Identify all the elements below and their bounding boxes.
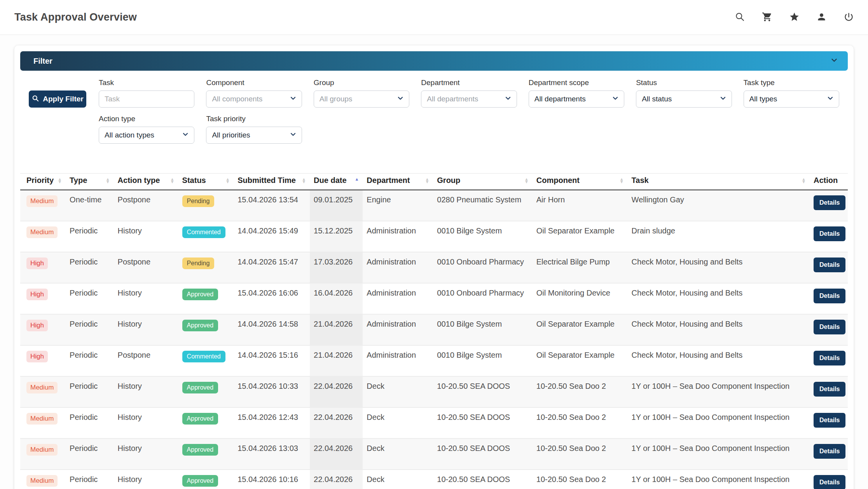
details-button[interactable]: Details [814, 226, 845, 241]
column-header-component[interactable]: Component ▲▼ [533, 174, 628, 190]
column-header-due-date[interactable]: Due date ▲▼ [310, 174, 363, 190]
group-cell: 10-20.50 SEA DOOS [433, 470, 532, 489]
filter-panel-header[interactable]: Filter [20, 51, 848, 71]
action-type-filter-label: Action type [99, 115, 194, 123]
priority-badge: High [26, 351, 48, 362]
column-header-group[interactable]: Group ▲▼ [433, 174, 532, 190]
chevron-down-icon [719, 94, 727, 104]
task-cell: 1Y or 100H – Sea Doo Component Inspectio… [628, 470, 810, 489]
department-cell: Deck [363, 376, 433, 407]
component-filter-label: Component [206, 78, 302, 87]
component-cell: 10-20.50 Sea Doo 2 [533, 439, 628, 470]
component-cell: Oil Separator Example [533, 314, 628, 345]
due-date-cell: 15.12.2025 [310, 221, 363, 252]
search-button[interactable] [732, 10, 747, 25]
component-cell: Air Horn [533, 190, 628, 221]
cart-button[interactable] [759, 10, 775, 25]
details-button[interactable]: Details [814, 444, 845, 459]
group-cell: 0010 Bilge System [433, 345, 532, 376]
component-filter-field: Component All components [206, 78, 302, 108]
table-row: Medium Periodic History Commented 14.04.… [20, 221, 848, 252]
group-select[interactable]: All groups [314, 90, 409, 108]
submitted-time-cell: 15.04.2026 12:43 [234, 407, 310, 439]
submitted-time-cell: 15.04.2026 13:54 [234, 190, 310, 221]
sort-icon: ▲▼ [225, 178, 230, 183]
details-button[interactable]: Details [814, 195, 845, 210]
priority-badge: Medium [26, 226, 58, 238]
column-header-priority[interactable]: Priority ▲▼ [20, 174, 66, 190]
column-header-status[interactable]: Status ▲▼ [178, 174, 234, 190]
department-select[interactable]: All departments [421, 90, 517, 108]
status-badge: Approved [182, 289, 218, 300]
submitted-time-cell: 15.04.2026 13:03 [234, 439, 310, 470]
component-select[interactable]: All components [206, 90, 302, 108]
due-date-cell: 21.04.2026 [310, 314, 363, 345]
status-badge: Approved [182, 444, 218, 456]
details-button[interactable]: Details [814, 475, 845, 489]
table-body: Medium One-time Postpone Pending 15.04.2… [20, 190, 848, 489]
task-filter-input[interactable] [99, 90, 194, 108]
department-cell: Administration [363, 221, 433, 252]
sort-icon: ▲▼ [524, 178, 529, 183]
task-cell: 1Y or 100H – Sea Doo Component Inspectio… [628, 407, 810, 439]
submitted-time-cell: 15.04.2026 10:16 [234, 470, 310, 489]
due-date-cell: 21.04.2026 [310, 345, 363, 376]
department-cell: Administration [363, 345, 433, 376]
cart-icon [762, 12, 772, 23]
task-cell: Drain sludge [628, 221, 810, 252]
column-header-submitted-time[interactable]: Submitted Time ▲▼ [234, 174, 310, 190]
details-button[interactable]: Details [814, 320, 845, 334]
power-icon [844, 12, 854, 23]
department-filter-label: Department [421, 78, 517, 87]
column-header-task[interactable]: Task ▲▼ [628, 174, 810, 190]
table-row: High Periodic Postpone Pending 14.04.202… [20, 252, 848, 283]
column-header-department[interactable]: Department ▲▼ [363, 174, 433, 190]
table-row: Medium Periodic History Approved 15.04.2… [20, 470, 848, 489]
due-date-cell: 22.04.2026 [310, 470, 363, 489]
department-scope-select[interactable]: All departments [529, 90, 624, 108]
details-button[interactable]: Details [814, 413, 845, 428]
account-button[interactable] [814, 10, 829, 25]
task-cell: Check Motor, Housing and Belts [628, 283, 810, 314]
component-cell: 10-20.50 Sea Doo 2 [533, 470, 628, 489]
sort-icon: ▲▼ [355, 178, 359, 183]
favorites-button[interactable] [786, 10, 802, 25]
topbar: Task Approval Overview [0, 0, 868, 35]
department-scope-filter-label: Department scope [529, 78, 624, 87]
task-filter-label: Task [99, 78, 194, 87]
sort-icon: ▲▼ [170, 178, 175, 183]
status-badge: Approved [182, 320, 218, 331]
component-cell: Oil Separator Example [533, 345, 628, 376]
logout-button[interactable] [841, 10, 856, 25]
chevron-down-icon [611, 94, 619, 104]
table-row: Medium Periodic History Approved 15.04.2… [20, 439, 848, 470]
page-title: Task Approval Overview [14, 11, 137, 23]
submitted-time-cell: 15.04.2026 16:06 [234, 283, 310, 314]
details-button[interactable]: Details [814, 258, 845, 272]
task-type-filter-label: Task type [744, 78, 839, 87]
type-cell: Periodic [66, 407, 114, 439]
task-type-filter-field: Task type All types [744, 78, 839, 108]
sort-icon: ▲▼ [58, 178, 62, 183]
chevron-down-icon [396, 94, 404, 104]
details-button[interactable]: Details [814, 351, 845, 365]
task-priority-select[interactable]: All priorities [206, 127, 302, 144]
details-button[interactable]: Details [814, 382, 845, 397]
status-select[interactable]: All status [636, 90, 732, 108]
details-button[interactable]: Details [814, 289, 845, 303]
apply-filter-button[interactable]: Apply Filter [29, 90, 86, 108]
priority-badge: Medium [26, 475, 58, 487]
sort-icon: ▲▼ [802, 178, 806, 183]
department-scope-filter-field: Department scope All departments [529, 78, 624, 108]
department-cell: Deck [363, 407, 433, 439]
type-cell: One-time [66, 190, 114, 221]
department-cell: Engine [363, 190, 433, 221]
column-header-action-type[interactable]: Action type ▲▼ [114, 174, 178, 190]
column-header-type[interactable]: Type ▲▼ [66, 174, 114, 190]
task-type-select[interactable]: All types [744, 90, 839, 108]
star-icon [789, 12, 800, 23]
component-cell: Oil Separator Example [533, 221, 628, 252]
priority-badge: Medium [26, 413, 58, 425]
action-type-select[interactable]: All action types [99, 127, 194, 144]
action-type-cell: History [114, 407, 178, 439]
